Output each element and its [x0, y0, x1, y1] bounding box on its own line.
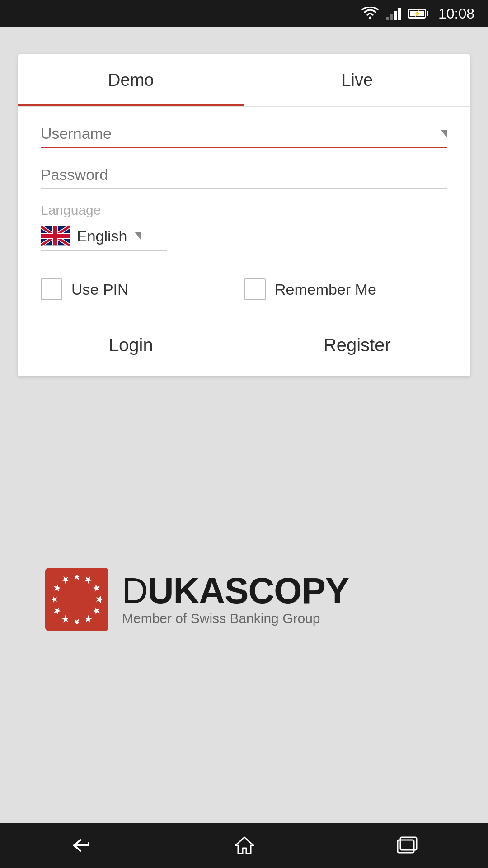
eu-stars-icon: [52, 575, 102, 624]
login-button[interactable]: Login: [18, 314, 244, 376]
language-dropdown-arrow: [135, 232, 141, 240]
language-text: English: [77, 227, 127, 245]
status-time: 10:08: [438, 5, 474, 22]
brand-area: DUKASCOPY Member of Swiss Banking Group: [18, 376, 470, 823]
svg-marker-7: [84, 614, 94, 624]
remember-me-checkbox[interactable]: [244, 278, 266, 300]
use-pin-checkbox[interactable]: [41, 278, 62, 300]
brand-logo: DUKASCOPY Member of Swiss Banking Group: [45, 568, 349, 631]
home-icon: [234, 835, 255, 855]
use-pin-group: Use PIN: [41, 278, 244, 300]
password-field-group: [41, 161, 447, 189]
username-dropdown-arrow[interactable]: [441, 130, 447, 138]
username-input[interactable]: [41, 120, 447, 148]
svg-point-0: [369, 17, 371, 19]
remember-me-group: Remember Me: [244, 278, 447, 300]
svg-marker-4: [92, 583, 102, 593]
status-bar: ⚡ 10:08: [0, 0, 488, 27]
back-button[interactable]: [70, 836, 93, 854]
svg-marker-14: [235, 837, 253, 854]
brand-subtitle: Member of Swiss Banking Group: [122, 611, 349, 626]
brand-icon: [45, 568, 108, 631]
back-icon: [70, 836, 93, 854]
login-card: Demo Live Language: [18, 54, 470, 376]
svg-marker-5: [96, 596, 102, 603]
tab-demo[interactable]: Demo: [18, 54, 244, 106]
svg-marker-2: [73, 575, 80, 580]
nav-bar: [0, 823, 488, 868]
register-button[interactable]: Register: [244, 314, 470, 376]
signal-icon: [386, 7, 401, 20]
form-area: Language English: [18, 107, 470, 251]
battery-icon: ⚡: [408, 9, 428, 19]
svg-marker-11: [52, 596, 57, 603]
recents-button[interactable]: [396, 836, 418, 854]
wifi-icon: [361, 7, 379, 20]
tab-live[interactable]: Live: [244, 54, 470, 106]
language-field-group: Language English: [41, 203, 447, 251]
brand-text: DUKASCOPY Member of Swiss Banking Group: [122, 573, 349, 626]
svg-marker-13: [61, 575, 70, 585]
uk-flag-icon: [41, 226, 70, 246]
svg-marker-9: [61, 614, 70, 624]
remember-me-label: Remember Me: [275, 281, 376, 298]
svg-marker-10: [52, 606, 62, 616]
svg-marker-6: [92, 606, 102, 616]
checkbox-row: Use PIN Remember Me: [18, 265, 470, 314]
main-content: Demo Live Language: [0, 27, 488, 823]
use-pin-label: Use PIN: [71, 281, 129, 298]
password-input[interactable]: [41, 161, 447, 189]
language-label: Language: [41, 203, 447, 218]
brand-name: DUKASCOPY: [122, 573, 349, 609]
svg-marker-3: [84, 575, 94, 585]
svg-marker-12: [52, 583, 62, 593]
svg-marker-8: [73, 619, 80, 624]
home-button[interactable]: [234, 835, 255, 855]
recents-icon: [396, 836, 418, 854]
username-field-group: [41, 120, 447, 148]
tab-bar: Demo Live: [18, 54, 470, 107]
language-selector[interactable]: English: [41, 222, 167, 251]
action-buttons: Login Register: [18, 314, 470, 376]
